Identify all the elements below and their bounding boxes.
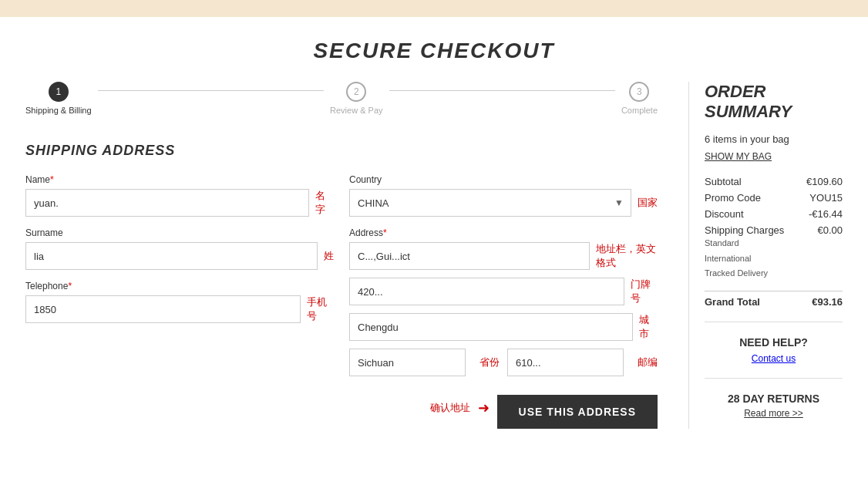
country-select[interactable]: CHINA [349, 189, 631, 217]
promo-value: YOU15 [809, 192, 843, 204]
shipping-charges-label: Shipping Charges [705, 224, 784, 236]
step-2-label: Review & Pay [330, 106, 382, 115]
shipping-row: Shipping Charges StandardInternationalTr… [705, 224, 843, 286]
step-3: 3 Complete [621, 82, 658, 115]
address-line1-input[interactable] [349, 242, 590, 270]
city-input[interactable] [349, 313, 633, 341]
divider-2 [705, 378, 843, 379]
step-1-label: Shipping & Billing [25, 106, 92, 115]
address-label: Address* [349, 227, 658, 238]
name-input[interactable] [25, 189, 309, 217]
name-annotation: 名字 [315, 189, 334, 217]
returns-title: 28 DAY RETURNS [705, 393, 843, 405]
shipping-value: €0.00 [817, 224, 843, 236]
discount-label: Discount [705, 208, 744, 220]
address-group: Address* 地址栏，英文格式 门牌号 城市 [349, 227, 658, 376]
province-input[interactable] [349, 349, 466, 376]
step-1: 1 Shipping & Billing [25, 82, 92, 115]
form-left-col: Name* 名字 Surname 姓 [25, 174, 334, 429]
step-2-circle: 2 [346, 82, 366, 102]
items-in-bag: 6 items in your bag [705, 133, 843, 145]
order-summary-title: ORDERSUMMARY [705, 82, 843, 123]
shipping-options: StandardInternationalTracked Delivery [705, 236, 784, 281]
step-2: 2 Review & Pay [330, 82, 382, 115]
need-help-text: NEED HELP? [705, 336, 843, 349]
surname-annotation: 姓 [324, 249, 334, 263]
grand-total-value: €93.16 [812, 296, 843, 308]
grand-total-label: Grand Total [705, 296, 760, 308]
show-my-bag-link[interactable]: SHOW MY BAG [705, 151, 843, 162]
address-line2-input[interactable] [349, 278, 624, 305]
discount-row: Discount -€16.44 [705, 208, 843, 220]
country-group: Country CHINA ▼ 国家 [349, 174, 658, 217]
contact-us-link[interactable]: Contact us [705, 353, 843, 364]
form-right-col: Country CHINA ▼ 国家 [349, 174, 658, 429]
read-more-link[interactable]: Read more >> [705, 408, 843, 419]
city-annotation: 城市 [639, 313, 658, 341]
address-line2-annotation: 门牌号 [631, 278, 658, 305]
zip-annotation: 邮编 [638, 355, 658, 369]
top-bar [0, 0, 868, 17]
shipping-section: Shipping Charges StandardInternationalTr… [705, 224, 784, 281]
address-annotation: 地址栏，英文格式 [596, 242, 658, 270]
step-3-label: Complete [621, 106, 658, 115]
surname-group: Surname 姓 [25, 227, 334, 270]
grand-total-row: Grand Total €93.16 [705, 291, 843, 308]
subtotal-label: Subtotal [705, 176, 742, 187]
name-label: Name* [25, 174, 334, 185]
surname-label: Surname [25, 227, 334, 238]
use-address-button[interactable]: USE THIS ADDRESS [497, 395, 658, 429]
promo-label: Promo Code [705, 192, 761, 204]
order-summary-panel: ORDERSUMMARY 6 items in your bag SHOW MY… [688, 82, 843, 429]
subtotal-value: €109.60 [806, 176, 843, 187]
shipping-title: SHIPPING ADDRESS [25, 143, 658, 159]
province-annotation: 省份 [479, 355, 500, 369]
divider [705, 322, 843, 322]
discount-value: -€16.44 [809, 208, 843, 220]
surname-input[interactable] [25, 242, 318, 270]
zip-input[interactable] [507, 349, 624, 376]
step-1-circle: 1 [49, 82, 69, 102]
name-group: Name* 名字 [25, 174, 334, 217]
page-title: SECURE CHECKOUT [0, 17, 868, 82]
checkout-steps: 1 Shipping & Billing 2 Review & Pay 3 Co… [25, 82, 658, 115]
step-line-2 [389, 90, 615, 91]
telephone-label: Telephone* [25, 281, 334, 291]
step-3-circle: 3 [629, 82, 649, 102]
arrow-right-icon: ➜ [478, 399, 490, 416]
shipping-section: SHIPPING ADDRESS Name* 名字 Surname [25, 143, 658, 429]
telephone-annotation: 手机号 [307, 295, 334, 323]
telephone-input[interactable] [25, 295, 301, 323]
step-line-1 [98, 90, 324, 91]
country-label: Country [349, 174, 658, 185]
promo-row: Promo Code YOU15 [705, 192, 843, 204]
confirm-annotation: 确认地址 [430, 401, 470, 415]
subtotal-row: Subtotal €109.60 [705, 176, 843, 187]
telephone-group: Telephone* 手机号 [25, 281, 334, 323]
country-annotation: 国家 [638, 196, 658, 210]
